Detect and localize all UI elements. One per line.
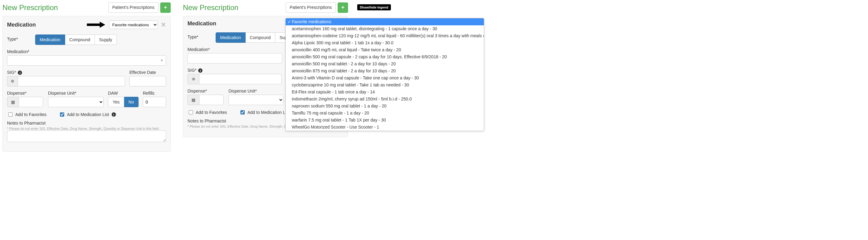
dropdown-option[interactable]: Ed-Flex oral capsule - 1 tab once a day … <box>286 89 484 96</box>
effective-date-label: Effective Date <box>129 70 166 75</box>
medication-input[interactable] <box>187 53 282 64</box>
dispense-unit-select[interactable] <box>48 97 104 107</box>
medication-input[interactable] <box>7 55 166 66</box>
daw-no-button[interactable]: No <box>124 97 138 107</box>
calculator-icon[interactable]: ▦ <box>7 97 19 107</box>
type-label: Type* <box>7 37 18 41</box>
sig-input[interactable] <box>199 74 282 84</box>
info-icon[interactable]: i <box>112 112 116 117</box>
dropdown-option[interactable]: Tamiflu 75 mg oral capsule - 1 a day - 2… <box>286 110 484 117</box>
dispense-unit-label: Dispense Unit* <box>228 89 283 94</box>
dropdown-option[interactable]: amoxicillin 400 mg/5 mL oral liquid - Ta… <box>286 46 484 54</box>
type-label: Type* <box>187 35 198 39</box>
type-compound-button[interactable]: Compound <box>246 32 276 43</box>
arrow-icon <box>87 22 106 28</box>
type-segmented-control: Medication Compound Supply <box>216 32 297 43</box>
panel-heading: Medication <box>187 21 216 27</box>
favorite-medications-dropdown[interactable]: Favorite medicationsacetaminophen 160 mg… <box>285 18 484 131</box>
add-to-favorites-checkbox-label[interactable]: Add to Favorites <box>187 109 227 115</box>
type-supply-button[interactable]: Supply <box>95 35 117 45</box>
notes-label: Notes to Pharmacist <box>7 121 166 126</box>
calculator-icon[interactable]: ▦ <box>187 95 199 105</box>
patients-prescriptions-button[interactable]: Patient's Prescriptions <box>108 2 158 13</box>
type-segmented-control: Medication Compound Supply <box>35 35 117 45</box>
notes-textarea[interactable] <box>7 130 166 142</box>
dispense-label: Dispense* <box>187 89 224 94</box>
gear-icon[interactable]: ✲ <box>187 74 199 84</box>
medication-label: Medication* <box>7 49 166 54</box>
add-to-favorites-checkbox-label[interactable]: Add to Favorites <box>7 111 46 117</box>
add-to-medication-list-checkbox[interactable] <box>240 110 245 114</box>
dropdown-option[interactable]: warfarin 7.5 mg oral tablet - 1 Tab 1X p… <box>286 117 484 124</box>
prescription-form-panel: Medication Favorite medications ✕ Type* … <box>2 16 170 152</box>
add-to-favorites-checkbox[interactable] <box>8 112 12 117</box>
type-medication-button[interactable]: Medication <box>35 35 65 45</box>
dropdown-option[interactable]: Animi-3 with Vitamin D oral capsule - Ta… <box>286 74 484 81</box>
add-to-favorites-checkbox[interactable] <box>189 110 193 114</box>
panel-heading: Medication <box>7 22 36 28</box>
dropdown-option[interactable]: WheelGo Motorized Scooter - Use Scooter … <box>286 124 484 131</box>
dispense-unit-select[interactable] <box>228 95 283 105</box>
daw-yes-button[interactable]: Yes <box>108 97 124 107</box>
page-title: New Prescription <box>2 3 58 12</box>
page-title: New Prescription <box>183 3 238 12</box>
favorite-medications-select[interactable]: Favorite medications <box>109 21 158 29</box>
dropdown-option[interactable]: amoxicillin 875 mg oral tablet - 2 a day… <box>286 67 484 74</box>
refills-label: Refills <box>143 91 166 96</box>
effective-date-input[interactable] <box>129 76 166 87</box>
sig-label: SIG* i <box>7 70 125 75</box>
show-hide-legend-button[interactable]: Show/hide legend <box>357 4 391 10</box>
dropdown-option[interactable]: amoxicillin 500 mg oral capsule - 2 caps… <box>286 54 484 61</box>
dispense-input[interactable] <box>19 97 43 107</box>
sig-label: SIG* i <box>187 68 282 73</box>
dispense-unit-label: Dispense Unit* <box>48 91 104 96</box>
type-compound-button[interactable]: Compound <box>65 35 95 45</box>
info-icon[interactable]: i <box>198 68 203 73</box>
dropdown-option[interactable]: Alpha Lipoic 300 mg oral tablet - 1 tab … <box>286 39 484 46</box>
dropdown-option[interactable]: acetaminophen-codeine 120 mg-12 mg/5 mL … <box>286 32 484 39</box>
notes-helper-text: * Please do not enter SIG, Effective Dat… <box>7 127 166 130</box>
gear-icon[interactable]: ✲ <box>7 76 18 87</box>
dropdown-option[interactable]: naproxen sodium 550 mg oral tablet - 1 a… <box>286 103 484 110</box>
daw-label: DAW <box>108 91 138 96</box>
dropdown-option[interactable]: acetaminophen 160 mg oral tablet, disint… <box>286 25 484 32</box>
dropdown-option-selected[interactable]: Favorite medications <box>286 18 484 25</box>
dropdown-option[interactable]: indomethacin 2mg/ml, cherry syrup ad 150… <box>286 96 484 103</box>
patients-prescriptions-button[interactable]: Patient's Prescriptions <box>286 2 336 13</box>
refills-input[interactable] <box>143 97 166 107</box>
sig-input[interactable] <box>18 76 125 87</box>
dropdown-option[interactable]: amoxicillin 500 mg oral tablet - 2 a day… <box>286 61 484 67</box>
info-icon[interactable]: i <box>18 71 22 75</box>
dispense-label: Dispense* <box>7 91 44 96</box>
add-to-medication-list-checkbox[interactable] <box>60 112 64 117</box>
add-to-medication-list-checkbox-label[interactable]: Add to Medication List i <box>59 111 116 117</box>
add-prescription-button[interactable]: + <box>338 2 348 13</box>
dispense-input[interactable] <box>199 95 224 105</box>
close-icon[interactable]: ✕ <box>161 22 166 28</box>
add-prescription-button[interactable]: + <box>160 2 170 13</box>
dropdown-option[interactable]: cyclobenzaprine 10 mg oral tablet - Take… <box>286 81 484 89</box>
type-medication-button[interactable]: Medication <box>216 32 246 43</box>
